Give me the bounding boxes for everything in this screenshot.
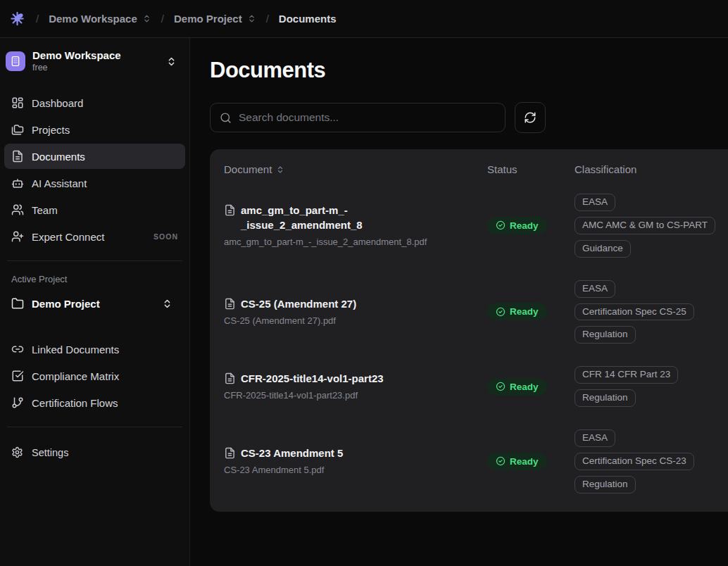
classification-cell: EASACertification Spec CS-23Regulation bbox=[560, 418, 728, 505]
file-text-icon bbox=[224, 204, 236, 216]
classification-cell: EASAAMC AMC & GM to CS-PARTGuidance bbox=[560, 182, 728, 269]
check-circle-icon bbox=[496, 220, 506, 230]
sidebar-item-dashboard[interactable]: Dashboard bbox=[4, 90, 185, 115]
sidebar-item-team[interactable]: Team bbox=[4, 197, 185, 222]
status-label: Ready bbox=[510, 456, 539, 467]
classification-badge: Regulation bbox=[575, 389, 636, 407]
document-title: CS-23 Amendment 5 bbox=[241, 446, 343, 461]
document-filename: CS-23 Amendment 5.pdf bbox=[224, 465, 459, 477]
sidebar-item-ai-assistant[interactable]: AI Assistant bbox=[4, 170, 185, 196]
classification-badge: Certification Spec CS-23 bbox=[575, 453, 694, 470]
column-header-label: Document bbox=[224, 163, 272, 175]
status-cell: Ready bbox=[473, 367, 560, 407]
status-label: Ready bbox=[510, 220, 539, 231]
table-row[interactable]: CS-23 Amendment 5 CS-23 Amendment 5.pdf … bbox=[210, 418, 728, 505]
git-branch-icon bbox=[11, 396, 24, 409]
sidebar-item-label: Linked Documents bbox=[32, 344, 119, 356]
document-filename: amc_gm_to_part-m_-_issue_2_amendment_8.p… bbox=[224, 237, 459, 249]
classification-badge: Guidance bbox=[575, 240, 631, 258]
classification-badge: AMC AMC & GM to CS-PART bbox=[575, 217, 715, 234]
sidebar-item-certification-flows[interactable]: Certification Flows bbox=[4, 390, 185, 415]
soon-badge: SOON bbox=[153, 232, 178, 241]
breadcrumb-page[interactable]: Documents bbox=[279, 13, 337, 25]
folders-icon bbox=[11, 123, 24, 136]
document-title: amc_gm_to_part-m_-_issue_2_amendment_8 bbox=[241, 203, 459, 234]
sidebar-item-documents[interactable]: Documents bbox=[4, 144, 185, 169]
user-plus-icon bbox=[11, 230, 24, 243]
breadcrumb-separator: / bbox=[161, 13, 164, 25]
file-text-icon bbox=[224, 298, 236, 310]
classification-badge: Regulation bbox=[575, 326, 636, 344]
breadcrumb-workspace-label: Demo Workspace bbox=[49, 13, 137, 25]
breadcrumb-workspace[interactable]: Demo Workspace bbox=[49, 13, 151, 25]
search-box bbox=[210, 103, 506, 132]
refresh-button[interactable] bbox=[515, 102, 546, 133]
breadcrumb-separator: / bbox=[266, 13, 269, 25]
breadcrumb-page-label: Documents bbox=[279, 13, 337, 25]
toolbar bbox=[210, 102, 728, 133]
dashboard-icon bbox=[11, 96, 24, 109]
status-badge: Ready bbox=[487, 217, 547, 234]
workspace-switcher[interactable]: Demo Workspace free bbox=[4, 45, 185, 77]
sidebar-item-label: Compliance Matrix bbox=[32, 370, 119, 382]
classification-badge: EASA bbox=[575, 194, 615, 211]
table-row[interactable]: CFR-2025-title14-vol1-part23 CFR-2025-ti… bbox=[210, 355, 728, 418]
folder-icon bbox=[11, 297, 24, 310]
document-cell: CS-23 Amendment 5 CS-23 Amendment 5.pdf bbox=[210, 434, 473, 488]
column-header-classification: Classification bbox=[560, 152, 728, 182]
main-content: Documents Document Status Classification bbox=[190, 38, 728, 512]
sidebar-item-label: AI Assistant bbox=[32, 177, 87, 189]
file-text-icon bbox=[224, 372, 236, 384]
sidebar-item-expert-connect[interactable]: Expert Connect SOON bbox=[4, 224, 185, 249]
sidebar-item-label: Dashboard bbox=[32, 97, 83, 109]
gear-icon bbox=[11, 446, 24, 458]
table-body: amc_gm_to_part-m_-_issue_2_amendment_8 a… bbox=[210, 182, 728, 505]
status-badge: Ready bbox=[487, 453, 547, 470]
page-title: Documents bbox=[210, 58, 728, 83]
sidebar-item-label: Certification Flows bbox=[32, 397, 118, 409]
chevrons-up-down-icon bbox=[142, 14, 151, 23]
check-circle-icon bbox=[496, 456, 506, 466]
status-label: Ready bbox=[510, 306, 539, 317]
active-project-name: Demo Project bbox=[32, 298, 154, 310]
chevrons-up-down-icon bbox=[166, 56, 177, 67]
classification-badge: Certification Spec CS-25 bbox=[575, 303, 694, 321]
sidebar-item-linked-documents[interactable]: Linked Documents bbox=[4, 337, 185, 362]
breadcrumb-separator: / bbox=[36, 13, 39, 25]
table-row[interactable]: amc_gm_to_part-m_-_issue_2_amendment_8 a… bbox=[210, 182, 728, 269]
classification-cell: EASACertification Spec CS-25Regulation bbox=[560, 269, 728, 356]
breadcrumb-project[interactable]: Demo Project bbox=[174, 13, 256, 25]
classification-badge: EASA bbox=[575, 280, 615, 298]
document-cell: amc_gm_to_part-m_-_issue_2_amendment_8 a… bbox=[210, 191, 473, 260]
breadcrumb-project-label: Demo Project bbox=[174, 13, 242, 25]
main-nav: Dashboard Projects Documents AI Assistan… bbox=[4, 90, 185, 249]
check-circle-icon bbox=[496, 382, 506, 391]
chevrons-up-down-icon bbox=[247, 14, 256, 23]
sidebar-item-label: Settings bbox=[32, 447, 68, 458]
workspace-plan: free bbox=[32, 62, 159, 73]
workspace-avatar-building-icon bbox=[6, 51, 25, 71]
status-cell: Ready bbox=[473, 441, 560, 482]
link-icon bbox=[11, 343, 24, 356]
sidebar-item-projects[interactable]: Projects bbox=[4, 117, 185, 142]
active-project-selector[interactable]: Demo Project bbox=[4, 291, 185, 315]
column-header-document[interactable]: Document bbox=[210, 152, 473, 182]
project-nav: Linked Documents Compliance Matrix Certi… bbox=[4, 337, 185, 415]
status-badge: Ready bbox=[487, 378, 547, 396]
status-cell: Ready bbox=[473, 291, 560, 332]
documents-table-card: Document Status Classification amc_gm_to… bbox=[210, 149, 728, 512]
column-header-status: Status bbox=[473, 152, 560, 182]
sidebar-item-settings[interactable]: Settings bbox=[4, 440, 185, 465]
sidebar-item-label: Expert Connect bbox=[32, 231, 104, 243]
workspace-name: Demo Workspace bbox=[32, 49, 159, 62]
file-text-icon bbox=[11, 150, 24, 163]
document-title: CS-25 (Amendment 27) bbox=[241, 296, 356, 312]
document-title: CFR-2025-title14-vol1-part23 bbox=[241, 371, 384, 386]
sort-chevrons-icon bbox=[276, 165, 284, 174]
app-logo-icon[interactable] bbox=[10, 11, 26, 27]
table-row[interactable]: CS-25 (Amendment 27) CS-25 (Amendment 27… bbox=[210, 269, 728, 356]
search-input[interactable] bbox=[239, 111, 496, 124]
search-icon bbox=[220, 112, 232, 124]
sidebar: Demo Workspace free Dashboard Projects D… bbox=[0, 38, 190, 566]
sidebar-item-compliance-matrix[interactable]: Compliance Matrix bbox=[4, 363, 185, 389]
